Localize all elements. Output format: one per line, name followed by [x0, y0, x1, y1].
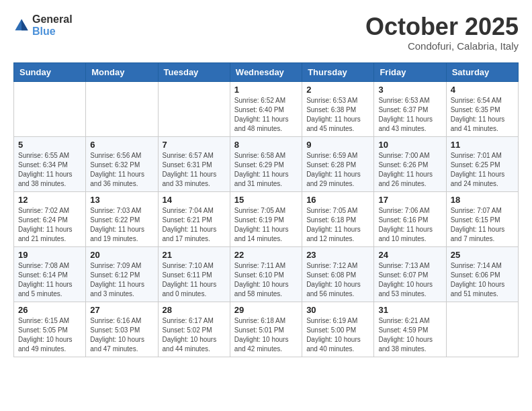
logo: General Blue [13, 13, 73, 37]
day-number: 20 [90, 250, 153, 260]
weekday-header-sunday: Sunday [14, 62, 86, 81]
day-info: Sunrise: 6:18 AM Sunset: 5:01 PM Dayligh… [234, 316, 298, 354]
weekday-header-monday: Monday [86, 62, 158, 81]
day-number: 1 [234, 85, 298, 95]
day-info: Sunrise: 7:00 AM Sunset: 6:26 PM Dayligh… [378, 151, 441, 189]
day-info: Sunrise: 7:05 AM Sunset: 6:18 PM Dayligh… [306, 206, 369, 244]
calendar-table: SundayMondayTuesdayWednesdayThursdayFrid… [13, 62, 519, 357]
day-info: Sunrise: 6:16 AM Sunset: 5:03 PM Dayligh… [90, 316, 153, 354]
title-block: October 2025 Condofuri, Calabria, Italy [365, 13, 519, 52]
calendar-cell: 22Sunrise: 7:11 AM Sunset: 6:10 PM Dayli… [230, 246, 302, 302]
calendar-cell: 7Sunrise: 6:57 AM Sunset: 6:31 PM Daylig… [158, 136, 230, 191]
day-info: Sunrise: 7:12 AM Sunset: 6:08 PM Dayligh… [306, 261, 369, 299]
day-info: Sunrise: 6:53 AM Sunset: 6:38 PM Dayligh… [306, 96, 369, 134]
day-number: 4 [451, 85, 514, 95]
day-number: 10 [378, 140, 441, 150]
logo-general-text: General [32, 13, 73, 26]
calendar-cell: 12Sunrise: 7:02 AM Sunset: 6:24 PM Dayli… [14, 191, 86, 246]
calendar-cell: 13Sunrise: 7:03 AM Sunset: 6:22 PM Dayli… [86, 191, 158, 246]
calendar-week-row: 5Sunrise: 6:55 AM Sunset: 6:34 PM Daylig… [14, 136, 519, 191]
calendar-week-row: 1Sunrise: 6:52 AM Sunset: 6:40 PM Daylig… [14, 81, 519, 136]
day-number: 3 [378, 85, 441, 95]
day-number: 6 [90, 140, 153, 150]
day-info: Sunrise: 7:02 AM Sunset: 6:24 PM Dayligh… [18, 206, 81, 244]
calendar-cell: 23Sunrise: 7:12 AM Sunset: 6:08 PM Dayli… [302, 246, 374, 302]
day-number: 2 [306, 85, 369, 95]
calendar-cell: 18Sunrise: 7:07 AM Sunset: 6:15 PM Dayli… [446, 191, 518, 246]
day-info: Sunrise: 6:58 AM Sunset: 6:29 PM Dayligh… [234, 151, 298, 189]
calendar-week-row: 26Sunrise: 6:15 AM Sunset: 5:05 PM Dayli… [14, 302, 519, 357]
day-number: 29 [234, 305, 298, 315]
day-number: 18 [451, 195, 514, 205]
day-info: Sunrise: 7:10 AM Sunset: 6:11 PM Dayligh… [163, 261, 226, 299]
weekday-header-friday: Friday [374, 62, 446, 81]
day-number: 8 [234, 140, 298, 150]
day-number: 14 [163, 195, 226, 205]
calendar-cell: 14Sunrise: 7:04 AM Sunset: 6:21 PM Dayli… [158, 191, 230, 246]
calendar-cell: 28Sunrise: 6:17 AM Sunset: 5:02 PM Dayli… [158, 302, 230, 357]
calendar-week-row: 12Sunrise: 7:02 AM Sunset: 6:24 PM Dayli… [14, 191, 519, 246]
day-info: Sunrise: 6:52 AM Sunset: 6:40 PM Dayligh… [234, 96, 298, 134]
calendar-cell: 24Sunrise: 7:13 AM Sunset: 6:07 PM Dayli… [374, 246, 446, 302]
calendar-cell: 8Sunrise: 6:58 AM Sunset: 6:29 PM Daylig… [230, 136, 302, 191]
day-info: Sunrise: 6:59 AM Sunset: 6:28 PM Dayligh… [306, 151, 369, 189]
day-info: Sunrise: 7:01 AM Sunset: 6:25 PM Dayligh… [451, 151, 514, 189]
day-number: 11 [451, 140, 514, 150]
calendar-cell: 26Sunrise: 6:15 AM Sunset: 5:05 PM Dayli… [14, 302, 86, 357]
day-number: 21 [163, 250, 226, 260]
calendar-cell: 16Sunrise: 7:05 AM Sunset: 6:18 PM Dayli… [302, 191, 374, 246]
calendar-cell: 9Sunrise: 6:59 AM Sunset: 6:28 PM Daylig… [302, 136, 374, 191]
calendar-cell [158, 81, 230, 136]
calendar-cell: 20Sunrise: 7:09 AM Sunset: 6:12 PM Dayli… [86, 246, 158, 302]
calendar-cell: 10Sunrise: 7:00 AM Sunset: 6:26 PM Dayli… [374, 136, 446, 191]
day-number: 30 [306, 305, 369, 315]
calendar-cell: 1Sunrise: 6:52 AM Sunset: 6:40 PM Daylig… [230, 81, 302, 136]
day-number: 15 [234, 195, 298, 205]
day-number: 13 [90, 195, 153, 205]
day-info: Sunrise: 7:08 AM Sunset: 6:14 PM Dayligh… [18, 261, 81, 299]
calendar-cell: 4Sunrise: 6:54 AM Sunset: 6:35 PM Daylig… [446, 81, 518, 136]
weekday-header-wednesday: Wednesday [230, 62, 302, 81]
day-number: 9 [306, 140, 369, 150]
month-title: October 2025 [365, 13, 519, 40]
day-info: Sunrise: 6:21 AM Sunset: 4:59 PM Dayligh… [378, 316, 441, 354]
calendar-cell [446, 302, 518, 357]
calendar-cell: 19Sunrise: 7:08 AM Sunset: 6:14 PM Dayli… [14, 246, 86, 302]
day-info: Sunrise: 6:54 AM Sunset: 6:35 PM Dayligh… [451, 96, 514, 134]
logo-blue-text: Blue [32, 26, 73, 38]
day-info: Sunrise: 6:15 AM Sunset: 5:05 PM Dayligh… [18, 316, 81, 354]
day-number: 12 [18, 195, 81, 205]
day-number: 5 [18, 140, 81, 150]
day-number: 19 [18, 250, 81, 260]
day-info: Sunrise: 6:57 AM Sunset: 6:31 PM Dayligh… [163, 151, 226, 189]
calendar-cell: 2Sunrise: 6:53 AM Sunset: 6:38 PM Daylig… [302, 81, 374, 136]
calendar-header-row: SundayMondayTuesdayWednesdayThursdayFrid… [14, 62, 519, 81]
calendar-cell: 21Sunrise: 7:10 AM Sunset: 6:11 PM Dayli… [158, 246, 230, 302]
logo-icon [13, 17, 30, 34]
calendar-cell: 29Sunrise: 6:18 AM Sunset: 5:01 PM Dayli… [230, 302, 302, 357]
day-number: 31 [378, 305, 441, 315]
calendar-cell [14, 81, 86, 136]
calendar-cell: 3Sunrise: 6:53 AM Sunset: 6:37 PM Daylig… [374, 81, 446, 136]
calendar-cell: 30Sunrise: 6:19 AM Sunset: 5:00 PM Dayli… [302, 302, 374, 357]
day-number: 25 [451, 250, 514, 260]
day-info: Sunrise: 6:53 AM Sunset: 6:37 PM Dayligh… [378, 96, 441, 134]
calendar-cell: 11Sunrise: 7:01 AM Sunset: 6:25 PM Dayli… [446, 136, 518, 191]
day-number: 27 [90, 305, 153, 315]
day-info: Sunrise: 7:13 AM Sunset: 6:07 PM Dayligh… [378, 261, 441, 299]
day-info: Sunrise: 7:05 AM Sunset: 6:19 PM Dayligh… [234, 206, 298, 244]
calendar-cell: 5Sunrise: 6:55 AM Sunset: 6:34 PM Daylig… [14, 136, 86, 191]
day-info: Sunrise: 7:09 AM Sunset: 6:12 PM Dayligh… [90, 261, 153, 299]
day-info: Sunrise: 6:19 AM Sunset: 5:00 PM Dayligh… [306, 316, 369, 354]
weekday-header-saturday: Saturday [446, 62, 518, 81]
day-number: 23 [306, 250, 369, 260]
day-number: 28 [163, 305, 226, 315]
day-info: Sunrise: 7:14 AM Sunset: 6:06 PM Dayligh… [451, 261, 514, 299]
day-number: 7 [163, 140, 226, 150]
location-subtitle: Condofuri, Calabria, Italy [365, 40, 519, 52]
day-info: Sunrise: 6:55 AM Sunset: 6:34 PM Dayligh… [18, 151, 81, 189]
day-info: Sunrise: 6:56 AM Sunset: 6:32 PM Dayligh… [90, 151, 153, 189]
weekday-header-tuesday: Tuesday [158, 62, 230, 81]
day-info: Sunrise: 7:11 AM Sunset: 6:10 PM Dayligh… [234, 261, 298, 299]
day-info: Sunrise: 7:03 AM Sunset: 6:22 PM Dayligh… [90, 206, 153, 244]
